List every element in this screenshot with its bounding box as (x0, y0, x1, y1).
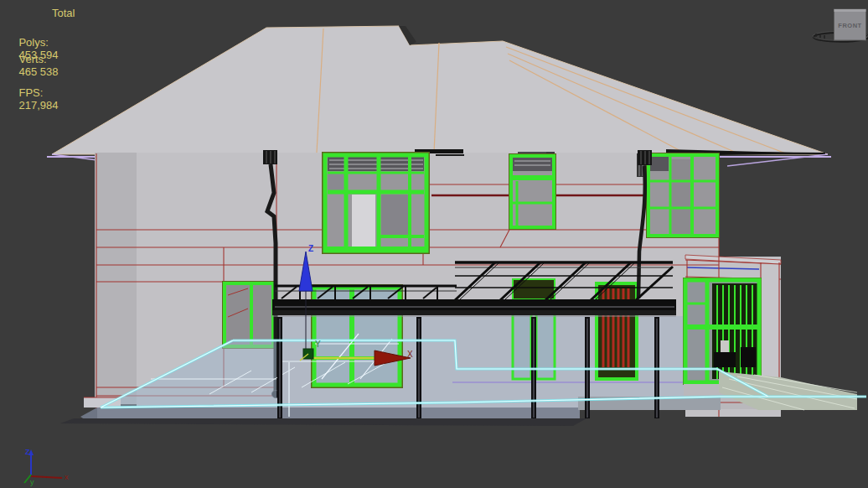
furniture-silhouette (714, 352, 736, 367)
window-upper-right (637, 153, 719, 237)
stats-fps-label: FPS: (18, 86, 64, 99)
stats-fps-value: 217,984 (18, 99, 58, 112)
pergola-front-beam (272, 299, 676, 310)
stats-fps-row: FPS: 217,984 (7, 74, 64, 124)
window-ground-left (223, 282, 275, 348)
axis-y-label: y (30, 478, 34, 486)
axis-x-label: x (65, 473, 69, 481)
viewcube-front-label: FRONT (838, 22, 861, 29)
window-upper-center (509, 154, 555, 229)
window-upper-left (323, 153, 429, 253)
viewport-3d[interactable]: Z X Y FRONT Z y x Total Polys: 453 594 V… (0, 0, 868, 488)
gizmo-z-label: Z (308, 244, 313, 253)
gizmo-x-label: X (407, 350, 413, 359)
gizmo-y-label: Y (315, 340, 321, 349)
window-red-slats (597, 283, 637, 379)
stats-verts-label: Verts: (18, 53, 64, 65)
axis-z-label: Z (25, 448, 30, 456)
stats-header: Total (52, 7, 75, 19)
scene-canvas[interactable]: Z X Y FRONT Z y x (0, 0, 868, 488)
pot-silhouette (721, 340, 729, 352)
